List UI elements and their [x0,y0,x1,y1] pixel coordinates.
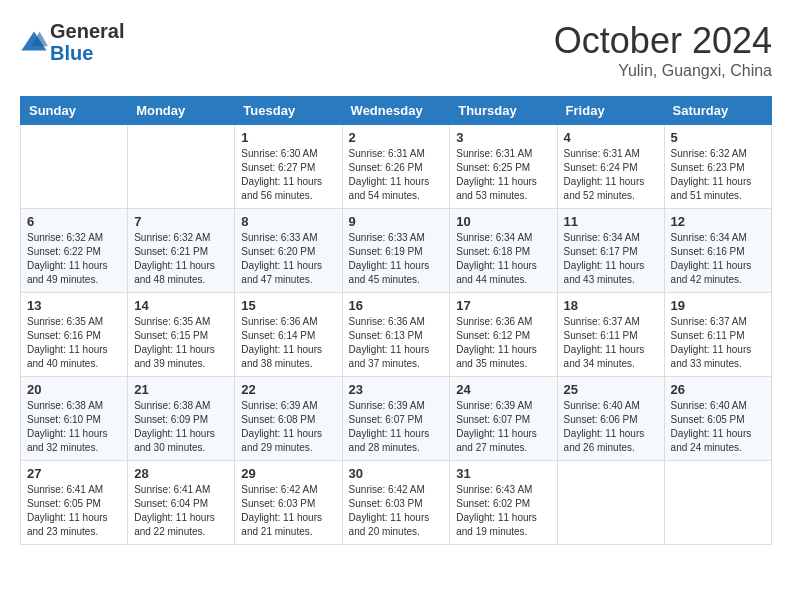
day-info: Sunrise: 6:31 AMSunset: 6:26 PMDaylight:… [349,147,444,203]
day-number: 9 [349,214,444,229]
day-number: 1 [241,130,335,145]
table-row: 6Sunrise: 6:32 AMSunset: 6:22 PMDaylight… [21,209,128,293]
table-row: 11Sunrise: 6:34 AMSunset: 6:17 PMDayligh… [557,209,664,293]
table-row: 22Sunrise: 6:39 AMSunset: 6:08 PMDayligh… [235,377,342,461]
col-sunday: Sunday [21,97,128,125]
day-number: 2 [349,130,444,145]
day-number: 20 [27,382,121,397]
table-row: 31Sunrise: 6:43 AMSunset: 6:02 PMDayligh… [450,461,557,545]
day-number: 7 [134,214,228,229]
col-saturday: Saturday [664,97,771,125]
day-info: Sunrise: 6:34 AMSunset: 6:16 PMDaylight:… [671,231,765,287]
table-row: 25Sunrise: 6:40 AMSunset: 6:06 PMDayligh… [557,377,664,461]
day-number: 6 [27,214,121,229]
table-row: 4Sunrise: 6:31 AMSunset: 6:24 PMDaylight… [557,125,664,209]
logo-icon [20,28,48,56]
table-row [664,461,771,545]
table-row: 15Sunrise: 6:36 AMSunset: 6:14 PMDayligh… [235,293,342,377]
table-row: 26Sunrise: 6:40 AMSunset: 6:05 PMDayligh… [664,377,771,461]
col-wednesday: Wednesday [342,97,450,125]
logo-blue: Blue [50,42,93,64]
table-row: 27Sunrise: 6:41 AMSunset: 6:05 PMDayligh… [21,461,128,545]
day-info: Sunrise: 6:35 AMSunset: 6:15 PMDaylight:… [134,315,228,371]
table-row: 5Sunrise: 6:32 AMSunset: 6:23 PMDaylight… [664,125,771,209]
day-info: Sunrise: 6:32 AMSunset: 6:23 PMDaylight:… [671,147,765,203]
day-info: Sunrise: 6:43 AMSunset: 6:02 PMDaylight:… [456,483,550,539]
day-info: Sunrise: 6:30 AMSunset: 6:27 PMDaylight:… [241,147,335,203]
day-info: Sunrise: 6:33 AMSunset: 6:20 PMDaylight:… [241,231,335,287]
day-number: 14 [134,298,228,313]
col-thursday: Thursday [450,97,557,125]
day-number: 26 [671,382,765,397]
day-number: 30 [349,466,444,481]
table-row: 29Sunrise: 6:42 AMSunset: 6:03 PMDayligh… [235,461,342,545]
table-row: 21Sunrise: 6:38 AMSunset: 6:09 PMDayligh… [128,377,235,461]
table-row: 19Sunrise: 6:37 AMSunset: 6:11 PMDayligh… [664,293,771,377]
day-number: 8 [241,214,335,229]
table-row [557,461,664,545]
table-row [21,125,128,209]
day-number: 19 [671,298,765,313]
day-info: Sunrise: 6:34 AMSunset: 6:18 PMDaylight:… [456,231,550,287]
day-number: 10 [456,214,550,229]
day-info: Sunrise: 6:40 AMSunset: 6:06 PMDaylight:… [564,399,658,455]
day-number: 12 [671,214,765,229]
day-number: 16 [349,298,444,313]
day-number: 23 [349,382,444,397]
day-number: 31 [456,466,550,481]
header: General Blue October 2024 Yulin, Guangxi… [20,20,772,80]
day-number: 15 [241,298,335,313]
day-info: Sunrise: 6:40 AMSunset: 6:05 PMDaylight:… [671,399,765,455]
table-row: 28Sunrise: 6:41 AMSunset: 6:04 PMDayligh… [128,461,235,545]
day-number: 27 [27,466,121,481]
day-info: Sunrise: 6:41 AMSunset: 6:05 PMDaylight:… [27,483,121,539]
day-info: Sunrise: 6:39 AMSunset: 6:07 PMDaylight:… [456,399,550,455]
table-row: 12Sunrise: 6:34 AMSunset: 6:16 PMDayligh… [664,209,771,293]
table-row: 1Sunrise: 6:30 AMSunset: 6:27 PMDaylight… [235,125,342,209]
day-info: Sunrise: 6:42 AMSunset: 6:03 PMDaylight:… [241,483,335,539]
table-row: 23Sunrise: 6:39 AMSunset: 6:07 PMDayligh… [342,377,450,461]
day-info: Sunrise: 6:39 AMSunset: 6:07 PMDaylight:… [349,399,444,455]
logo-text: General Blue [50,20,124,64]
table-row [128,125,235,209]
day-number: 11 [564,214,658,229]
day-number: 4 [564,130,658,145]
calendar-table: Sunday Monday Tuesday Wednesday Thursday… [20,96,772,545]
col-tuesday: Tuesday [235,97,342,125]
logo-general: General [50,20,124,42]
calendar-header-row: Sunday Monday Tuesday Wednesday Thursday… [21,97,772,125]
table-row: 3Sunrise: 6:31 AMSunset: 6:25 PMDaylight… [450,125,557,209]
calendar-week-row: 27Sunrise: 6:41 AMSunset: 6:05 PMDayligh… [21,461,772,545]
table-row: 24Sunrise: 6:39 AMSunset: 6:07 PMDayligh… [450,377,557,461]
day-number: 29 [241,466,335,481]
calendar-week-row: 13Sunrise: 6:35 AMSunset: 6:16 PMDayligh… [21,293,772,377]
day-number: 3 [456,130,550,145]
day-number: 22 [241,382,335,397]
day-info: Sunrise: 6:36 AMSunset: 6:12 PMDaylight:… [456,315,550,371]
day-info: Sunrise: 6:34 AMSunset: 6:17 PMDaylight:… [564,231,658,287]
day-info: Sunrise: 6:32 AMSunset: 6:22 PMDaylight:… [27,231,121,287]
col-friday: Friday [557,97,664,125]
day-number: 25 [564,382,658,397]
day-info: Sunrise: 6:31 AMSunset: 6:25 PMDaylight:… [456,147,550,203]
day-info: Sunrise: 6:37 AMSunset: 6:11 PMDaylight:… [671,315,765,371]
day-info: Sunrise: 6:33 AMSunset: 6:19 PMDaylight:… [349,231,444,287]
day-info: Sunrise: 6:35 AMSunset: 6:16 PMDaylight:… [27,315,121,371]
day-info: Sunrise: 6:36 AMSunset: 6:14 PMDaylight:… [241,315,335,371]
day-info: Sunrise: 6:31 AMSunset: 6:24 PMDaylight:… [564,147,658,203]
table-row: 7Sunrise: 6:32 AMSunset: 6:21 PMDaylight… [128,209,235,293]
day-info: Sunrise: 6:36 AMSunset: 6:13 PMDaylight:… [349,315,444,371]
location: Yulin, Guangxi, China [554,62,772,80]
day-info: Sunrise: 6:41 AMSunset: 6:04 PMDaylight:… [134,483,228,539]
table-row: 9Sunrise: 6:33 AMSunset: 6:19 PMDaylight… [342,209,450,293]
table-row: 30Sunrise: 6:42 AMSunset: 6:03 PMDayligh… [342,461,450,545]
table-row: 2Sunrise: 6:31 AMSunset: 6:26 PMDaylight… [342,125,450,209]
day-number: 5 [671,130,765,145]
day-number: 21 [134,382,228,397]
day-info: Sunrise: 6:39 AMSunset: 6:08 PMDaylight:… [241,399,335,455]
table-row: 10Sunrise: 6:34 AMSunset: 6:18 PMDayligh… [450,209,557,293]
calendar-week-row: 6Sunrise: 6:32 AMSunset: 6:22 PMDaylight… [21,209,772,293]
table-row: 14Sunrise: 6:35 AMSunset: 6:15 PMDayligh… [128,293,235,377]
page: General Blue October 2024 Yulin, Guangxi… [0,0,792,555]
day-info: Sunrise: 6:32 AMSunset: 6:21 PMDaylight:… [134,231,228,287]
